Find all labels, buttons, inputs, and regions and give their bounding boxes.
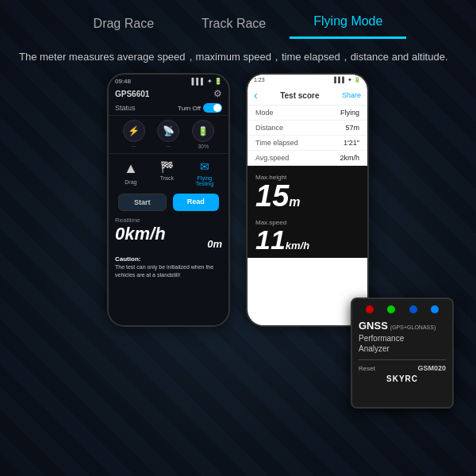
mode-flying[interactable]: ✉ FlyingTesting [196,160,213,186]
left-phone-screen: 09:48 ▌▌▌ ✦ 🔋 GPS6601 ⚙ Status Turn Off [109,75,228,325]
nav-track-race[interactable]: Track Race [178,10,290,39]
subtitle-text: The meter measures average speed，maximum… [0,39,476,69]
left-icons-row: ⚡ ··· 📡 ··· 🔋 30% [109,116,228,154]
share-button[interactable]: Share [342,91,361,99]
right-header-title: Test score [280,91,319,100]
icon-bluetooth: ⚡ ··· [123,120,145,149]
gnss-bottom-row: Reset GSM020 [359,364,446,372]
realtime-label: Realtime [109,214,228,224]
max-speed-value: 11km/h [255,226,359,253]
mode-track[interactable]: 🏁 Track [160,160,174,186]
left-device-name: GPS6601 [115,90,149,98]
gnss-model-label: GSM020 [417,364,446,372]
gnss-brand: SKYRC [359,374,446,383]
power-indicator [366,305,374,313]
table-row: Distance 57m [248,121,367,136]
gnss-reset-label: Reset [359,365,375,372]
gnss-indicator-row [359,305,446,313]
max-height-value: 15m [255,181,359,211]
top-navigation: Drag Race Track Race Flying Mode [0,0,476,39]
caution-title: Caution: [115,255,222,263]
right-signal: ▌▌▌ ✦ 🔋 [334,77,361,83]
gear-icon[interactable]: ⚙ [213,88,222,99]
left-modes-row: ▲ Drag 🏁 Track ✉ FlyingTesting [109,154,228,190]
left-status-row: Status Turn Off [109,101,228,116]
left-buttons-row: Start Read [109,190,228,214]
gnss-title-row: GNSS (GPS+GLONASS) [359,320,446,332]
left-status-bar: 09:48 ▌▌▌ ✦ 🔋 [109,75,228,86]
back-button[interactable]: ‹ [254,89,258,102]
caution-box: Caution: The test can only be initialize… [109,250,228,284]
left-header: GPS6601 ⚙ [109,86,228,101]
gnss-main-title: GNSS [359,320,388,332]
icon-satellite: 📡 ··· [157,120,179,149]
icon-battery: 🔋 30% [192,120,214,149]
gps-indicator [387,305,395,313]
left-time: 09:48 [115,78,131,85]
status-toggle[interactable]: Turn Off [178,103,222,113]
gnss-subtitle: (GPS+GLONASS) [390,324,436,330]
bluetooth-indicator [431,305,439,313]
caution-text: The test can only be initialized when th… [115,263,222,279]
left-phone: 09:48 ▌▌▌ ✦ 🔋 GPS6601 ⚙ Status Turn Off [107,73,230,327]
gnss-text: GNSS (GPS+GLONASS) Performance Analyzer [359,318,446,355]
left-signal: ▌▌▌ ✦ 🔋 [192,78,222,85]
test-score-table: Mode Flying Distance 57m Time elapsed 1'… [248,106,367,166]
nav-flying-mode[interactable]: Flying Mode [290,8,406,39]
status-label: Status [115,104,136,112]
right-time: 1:23 [254,77,265,83]
table-row: Time elapsed 1'21" [248,136,367,151]
right-header: ‹ Test score Share [248,86,367,106]
gnss-divider [359,359,446,360]
read-button[interactable]: Read [173,194,220,211]
start-button[interactable]: Start [118,194,167,211]
table-row: Mode Flying [248,106,367,121]
nav-drag-race[interactable]: Drag Race [70,10,178,39]
phones-area: 09:48 ▌▌▌ ✦ 🔋 GPS6601 ⚙ Status Turn Off [0,69,476,331]
right-phone: 1:23 ▌▌▌ ✦ 🔋 ‹ Test score Share Mode Fly… [246,73,369,327]
glonass-indicator [409,305,417,313]
gnss-description: Performance Analyzer [359,333,446,354]
mode-drag[interactable]: ▲ Drag [124,160,138,186]
table-row: Avg.speed 2km/h [248,151,367,166]
max-speed-metric: Max.speed 11km/h [248,216,367,258]
right-phone-screen: 1:23 ▌▌▌ ✦ 🔋 ‹ Test score Share Mode Fly… [248,75,367,325]
gnss-device: GNSS (GPS+GLONASS) Performance Analyzer … [351,298,454,409]
right-status-bar: 1:23 ▌▌▌ ✦ 🔋 [248,75,367,86]
max-height-metric: Max.height 15m [248,166,367,216]
